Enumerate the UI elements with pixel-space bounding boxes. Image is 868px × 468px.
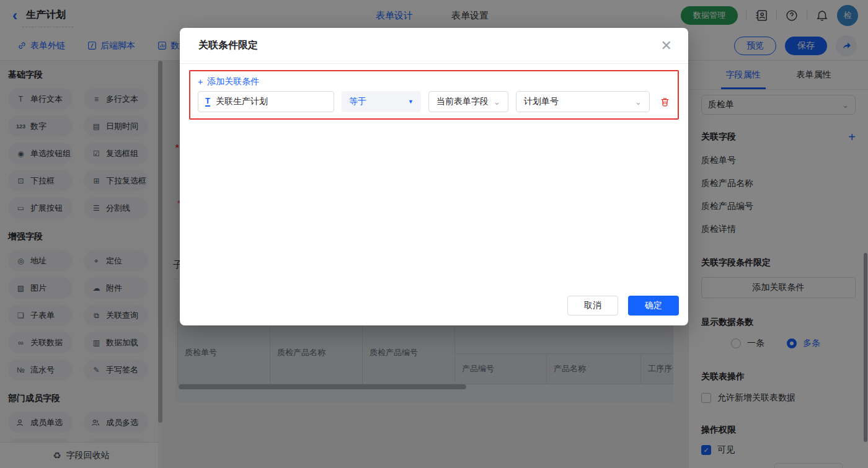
source-field-value: 计划单号 (524, 96, 559, 107)
caret-down-icon: ▼ (408, 99, 414, 105)
operator-value: 等于 (349, 96, 366, 107)
plus-icon: + (198, 77, 203, 87)
dialog-header: 关联条件限定 ✕ (180, 28, 688, 64)
dialog-footer: 取消 确定 (567, 296, 679, 316)
field-input-value: 关联生产计划 (216, 96, 268, 107)
chevron-down-icon: ⌄ (494, 98, 500, 106)
add-condition-link-label: 添加关联条件 (207, 76, 259, 87)
related-field-input[interactable]: T 关联生产计划 (198, 91, 334, 112)
condition-row: T 关联生产计划 等于 ▼ 当前表单字段 ⌄ 计划单号 ⌄ (198, 91, 670, 112)
chevron-down-icon: ⌄ (635, 98, 642, 106)
highlighted-condition-area: + 添加关联条件 T 关联生产计划 等于 ▼ 当前表单字段 ⌄ (189, 70, 679, 120)
condition-limit-dialog: 关联条件限定 ✕ + 添加关联条件 T 关联生产计划 等于 ▼ (180, 28, 688, 325)
source-field-select[interactable]: 计划单号 ⌄ (516, 91, 650, 112)
close-icon[interactable]: ✕ (661, 39, 672, 53)
add-condition-link[interactable]: + 添加关联条件 (198, 76, 670, 87)
source-type-select[interactable]: 当前表单字段 ⌄ (428, 91, 508, 112)
app-window: ‹ 生产计划 表单设计 表单设置 数据管理 (0, 0, 868, 468)
dialog-body: + 添加关联条件 T 关联生产计划 等于 ▼ 当前表单字段 ⌄ (180, 64, 688, 126)
delete-condition-icon[interactable] (660, 97, 670, 107)
source-type-value: 当前表单字段 (436, 96, 489, 107)
text-field-icon: T (205, 97, 210, 107)
confirm-button[interactable]: 确定 (628, 296, 679, 316)
operator-select[interactable]: 等于 ▼ (342, 91, 421, 112)
cancel-button[interactable]: 取消 (567, 296, 618, 316)
dialog-title: 关联条件限定 (198, 39, 258, 52)
